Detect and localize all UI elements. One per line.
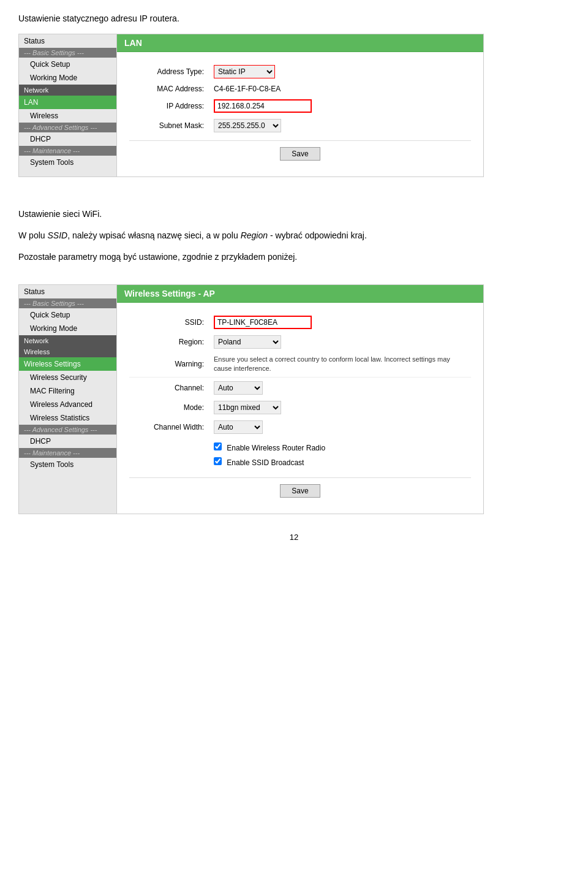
sidebar2-system-tools[interactable]: System Tools [19,458,116,471]
page-number: 12 [18,533,570,542]
checkboxes-row: Enable Wireless Router Radio Enable SSID… [129,437,471,473]
ssid-label-cell: SSID: [129,313,209,332]
sidebar-status[interactable]: Status [19,34,116,48]
checkboxes-label-cell [129,437,209,473]
sidebar2-quick-setup[interactable]: Quick Setup [19,308,116,322]
sidebar-lan: Status --- Basic Settings --- Quick Setu… [19,34,117,177]
mode-select[interactable]: 11bgn mixed 11b only [214,401,281,414]
ssid-input[interactable] [214,316,312,329]
wireless-header: Wireless Settings - AP [117,285,483,303]
ip-address-label: IP Address: [129,96,209,116]
checkbox2-input[interactable] [214,457,222,465]
sidebar2-advanced-settings: --- Advanced Settings --- [19,425,116,435]
sidebar-wireless[interactable]: Wireless [19,109,116,123]
subnet-mask-cell[interactable]: 255.255.255.0 255.255.0.0 [209,116,471,135]
desc-text-1: W polu [18,230,47,240]
sidebar2-mac-filtering[interactable]: MAC Filtering [19,384,116,398]
sidebar2-basic-settings: --- Basic Settings --- [19,298,116,308]
sidebar-advanced-settings: --- Advanced Settings --- [19,123,116,132]
sidebar2-wireless-settings[interactable]: Wireless Settings [19,357,116,371]
ssid-label-em: SSID [47,230,67,240]
subnet-mask-label: Subnet Mask: [129,116,209,135]
checkbox1-text: Enable Wireless Router Radio [227,444,325,452]
address-type-select[interactable]: Static IP Dynamic IP [214,65,275,78]
warning-label-cell: Warning: [129,352,209,377]
sidebar-dhcp[interactable]: DHCP [19,132,116,146]
channel-select[interactable]: Auto 1 [214,381,263,395]
ssid-value-cell[interactable] [209,313,471,332]
desc-text-3: - wybrać odpowiedni kraj. [268,230,367,240]
checkbox1-label[interactable]: Enable Wireless Router Radio [214,444,325,452]
intro-heading-2: Ustawienie sieci WiFi. [18,208,570,221]
sidebar-maintenance: --- Maintenance --- [19,146,116,156]
address-type-label: Address Type: [129,62,209,82]
mode-row: Mode: 11bgn mixed 11b only [129,398,471,417]
ip-address-input[interactable] [214,99,312,113]
sidebar2-working-mode[interactable]: Working Mode [19,322,116,335]
sidebar-quick-setup[interactable]: Quick Setup [19,58,116,71]
router-panel-lan: Status --- Basic Settings --- Quick Setu… [18,34,484,177]
checkbox1-row: Enable Wireless Router Radio [214,440,466,455]
region-label-cell: Region: [129,332,209,352]
channel-row: Channel: Auto 1 [129,377,471,398]
main-content-wireless: Wireless Settings - AP SSID: Region: Pol… [117,285,483,514]
warning-text-cell: Ensure you select a correct country to c… [209,352,471,377]
lan-form-table: Address Type: Static IP Dynamic IP MAC A… [129,62,471,135]
desc-text-2: , należy wpisać własną nazwę sieci, a w … [67,230,240,240]
region-value-cell[interactable]: Poland Germany [209,332,471,352]
sidebar2-wireless-statistics[interactable]: Wireless Statistics [19,411,116,425]
region-select[interactable]: Poland Germany [214,335,281,349]
region-row: Region: Poland Germany [129,332,471,352]
lan-body: Address Type: Static IP Dynamic IP MAC A… [117,52,483,177]
wireless-form-table: SSID: Region: Poland Germany Warn [129,313,471,473]
address-type-row: Address Type: Static IP Dynamic IP [129,62,471,82]
sidebar-network[interactable]: Network [19,85,116,96]
main-content-lan: LAN Address Type: Static IP Dynamic IP M… [117,34,483,177]
mac-address-row: MAC Address: C4-6E-1F-F0-C8-EA [129,82,471,96]
wireless-save-row: Save [129,477,471,504]
subnet-mask-row: Subnet Mask: 255.255.255.0 255.255.0.0 [129,116,471,135]
channel-width-row: Channel Width: Auto 20MHz [129,417,471,437]
wireless-save-button[interactable]: Save [280,484,320,498]
router-panel-wireless: Status --- Basic Settings --- Quick Setu… [18,284,484,514]
checkbox2-label[interactable]: Enable SSID Broadcast [214,458,304,467]
channel-width-value-cell[interactable]: Auto 20MHz [209,417,471,437]
checkbox2-row: Enable SSID Broadcast [214,455,466,469]
ip-address-row: IP Address: [129,96,471,116]
channel-value-cell[interactable]: Auto 1 [209,377,471,398]
sidebar-lan-active[interactable]: LAN [19,96,116,109]
ssid-desc: W polu SSID, należy wpisać własną nazwę … [18,229,570,242]
sidebar-system-tools[interactable]: System Tools [19,156,116,169]
sidebar2-maintenance: --- Maintenance --- [19,448,116,458]
wireless-body: SSID: Region: Poland Germany Warn [117,303,483,514]
warning-row: Warning: Ensure you select a correct cou… [129,352,471,377]
lan-save-button[interactable]: Save [280,147,320,161]
lan-save-row: Save [129,140,471,167]
sidebar-basic-settings: --- Basic Settings --- [19,48,116,58]
channel-label-cell: Channel: [129,377,209,398]
sidebar-wireless-panel: Status --- Basic Settings --- Quick Setu… [19,285,117,514]
checkbox2-text: Enable SSID Broadcast [227,458,304,467]
sidebar2-dhcp[interactable]: DHCP [19,435,116,448]
intro-heading-1: Ustawienie statycznego adresu IP routera… [18,12,570,25]
checkboxes-value-cell: Enable Wireless Router Radio Enable SSID… [209,437,471,473]
sidebar2-wireless-security[interactable]: Wireless Security [19,371,116,384]
checkbox1-input[interactable] [214,442,222,450]
lan-header: LAN [117,34,483,52]
sidebar2-network[interactable]: Network [19,335,116,346]
remaining-params-desc: Pozostałe parametry mogą być ustawione, … [18,251,570,264]
channel-width-label-cell: Channel Width: [129,417,209,437]
region-label-em: Region [241,230,268,240]
mode-value-cell[interactable]: 11bgn mixed 11b only [209,398,471,417]
mac-address-label: MAC Address: [129,82,209,96]
sidebar2-wireless-advanced[interactable]: Wireless Advanced [19,398,116,411]
mode-label-cell: Mode: [129,398,209,417]
sidebar2-status[interactable]: Status [19,285,116,298]
address-type-value[interactable]: Static IP Dynamic IP [209,62,471,82]
sidebar2-wireless-header[interactable]: Wireless [19,346,116,357]
warning-text-div: Ensure you select a correct country to c… [214,355,466,374]
ip-address-cell[interactable] [209,96,471,116]
channel-width-select[interactable]: Auto 20MHz [214,420,263,434]
subnet-mask-select[interactable]: 255.255.255.0 255.255.0.0 [214,119,281,132]
sidebar-working-mode[interactable]: Working Mode [19,71,116,85]
